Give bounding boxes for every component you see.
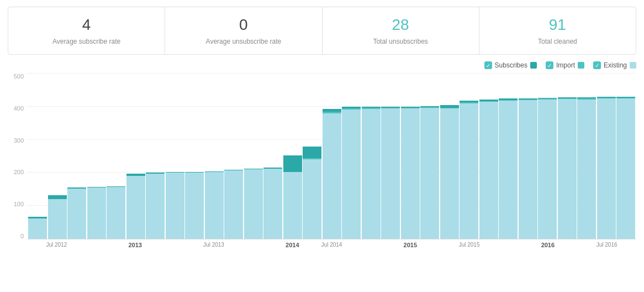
legend-checkbox-existing: ✓ [593, 61, 601, 69]
bar-group [146, 74, 165, 239]
bar-existing [323, 113, 341, 239]
x-axis-label: Jul 2015 [459, 242, 480, 248]
bar-existing [107, 187, 125, 239]
stat-label-avg-subscribe: Average subscribe rate [52, 38, 120, 45]
chart-header: ✓ Subscribes ✓ Import ✓ Existing [8, 61, 636, 69]
bar-existing [342, 109, 361, 239]
bar-existing [597, 98, 616, 239]
stat-label-total-cleaned: Total cleaned [538, 38, 577, 45]
x-labels-inner: Jul 20122013Jul 20132014Jul 20142015Jul … [27, 242, 636, 256]
bar-group [263, 74, 282, 239]
bar-group [205, 74, 224, 239]
bar-group [499, 74, 518, 239]
bar-existing [146, 174, 165, 239]
bar-group [460, 74, 478, 239]
bar-group [381, 74, 400, 239]
bar-group [362, 74, 381, 239]
chart-legend: ✓ Subscribes ✓ Import ✓ Existing [484, 61, 636, 69]
chart-section: ✓ Subscribes ✓ Import ✓ Existing 0100200… [8, 61, 636, 256]
bar-existing [401, 108, 420, 239]
legend-checkbox-import: ✓ [546, 61, 553, 69]
bar-subscribes [303, 147, 321, 158]
legend-item-existing[interactable]: ✓ Existing [593, 61, 636, 69]
bar-existing [362, 109, 381, 239]
y-axis-label: 200 [8, 169, 27, 175]
bar-existing [67, 189, 86, 239]
bars-area [27, 74, 636, 239]
x-axis-label: Jul 2016 [597, 242, 617, 248]
bar-group [185, 74, 204, 239]
legend-item-import[interactable]: ✓ Import [546, 61, 584, 69]
legend-color-existing [630, 62, 636, 69]
stat-label-total-unsubscribes: Total unsubscribes [373, 38, 427, 45]
bar-existing [48, 199, 67, 239]
bar-group [244, 74, 263, 239]
bar-group [28, 74, 47, 239]
stat-number-avg-subscribe: 4 [14, 16, 159, 34]
legend-color-import [578, 62, 584, 69]
x-axis-label: Jul 2012 [46, 242, 67, 248]
x-axis-label: 2016 [541, 242, 555, 248]
legend-label-import: Import [556, 61, 575, 69]
bar-existing [519, 100, 537, 239]
bar-existing [538, 100, 557, 239]
bar-group [479, 74, 498, 239]
bar-existing [440, 108, 459, 239]
stat-cell-avg-subscribe: 4 Average subscribe rate [8, 7, 165, 54]
bar-existing [263, 169, 282, 239]
bar-subscribes [48, 195, 67, 199]
bar-group [440, 74, 459, 239]
bar-group [519, 74, 537, 239]
bar-group [538, 74, 557, 239]
bar-group [303, 74, 321, 239]
bar-existing [577, 100, 596, 239]
bar-existing [381, 108, 400, 239]
stat-cell-avg-unsubscribe: 0 Average unsubscribe rate [165, 7, 322, 54]
x-axis: Jul 20122013Jul 20132014Jul 20142015Jul … [27, 239, 636, 256]
stats-row: 4 Average subscribe rate 0 Average unsub… [8, 7, 636, 55]
bar-existing [499, 101, 518, 239]
bar-existing [479, 102, 498, 239]
chart-container: 0100200300400500 Jul 20122013Jul 2013201… [8, 74, 636, 256]
bar-existing [460, 103, 478, 239]
bar-group [107, 74, 125, 239]
x-axis-label: Jul 2013 [203, 242, 224, 248]
stat-number-total-cleaned: 91 [485, 16, 630, 34]
y-axis-label: 500 [8, 74, 27, 80]
bar-existing [185, 173, 204, 239]
bar-group [558, 74, 577, 239]
x-axis-label: 2014 [286, 242, 299, 248]
legend-color-subscribes [530, 62, 537, 69]
bar-group [166, 74, 184, 239]
bar-existing [420, 108, 439, 239]
bar-group [48, 74, 67, 239]
stat-cell-total-unsubscribes: 28 Total unsubscribes [323, 7, 479, 54]
x-axis-label: Jul 2014 [321, 242, 342, 248]
stat-cell-total-cleaned: 91 Total cleaned [479, 7, 636, 54]
bar-group [283, 74, 302, 239]
bar-existing [87, 187, 106, 239]
legend-label-existing: Existing [604, 61, 627, 69]
legend-label-subscribes: Subscribes [495, 61, 527, 69]
bar-group [67, 74, 86, 239]
bar-group [87, 74, 106, 239]
stat-number-total-unsubscribes: 28 [328, 16, 473, 34]
y-axis-label: 300 [8, 138, 27, 144]
bar-group [224, 74, 243, 239]
bar-existing [244, 169, 263, 239]
y-axis-label: 400 [8, 106, 27, 112]
bar-existing [616, 98, 635, 239]
bar-existing [558, 99, 577, 239]
legend-item-subscribes[interactable]: ✓ Subscribes [484, 61, 537, 69]
y-axis-label: 100 [8, 201, 27, 207]
bar-group [126, 74, 145, 239]
bar-existing [126, 176, 145, 239]
bar-subscribes [283, 155, 302, 172]
bar-group [323, 74, 341, 239]
legend-checkbox-subscribes: ✓ [484, 61, 492, 69]
y-axis-label: 0 [8, 233, 27, 239]
y-axis: 0100200300400500 [8, 74, 27, 239]
bar-existing [283, 172, 302, 239]
bar-group [616, 74, 635, 239]
bar-existing [205, 172, 224, 239]
